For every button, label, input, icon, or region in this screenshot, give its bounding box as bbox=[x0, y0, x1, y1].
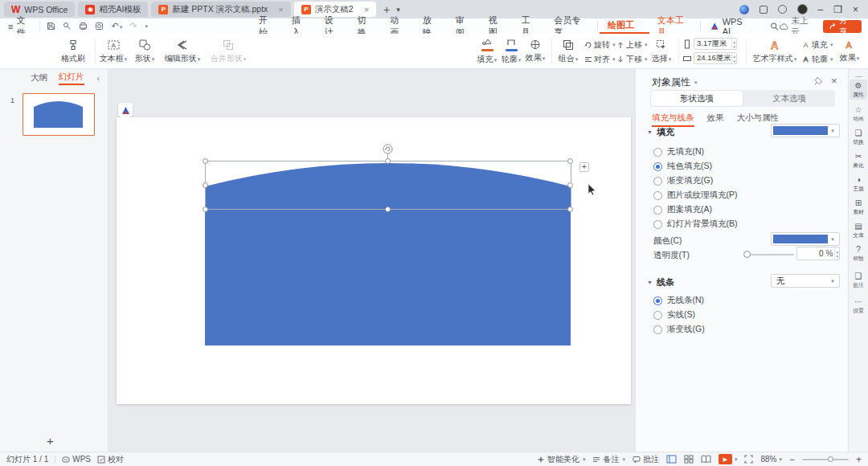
rail-properties[interactable]: ⚙ 属性 bbox=[850, 80, 867, 100]
transparency-stepper[interactable]: ▴▾ bbox=[834, 247, 839, 260]
undo-icon[interactable]: ↶▾ bbox=[111, 21, 122, 31]
play-options-caret-icon[interactable]: ▾ bbox=[735, 456, 738, 463]
menu-wps-ai[interactable]: WPS AI bbox=[702, 17, 759, 36]
shape-effects-button[interactable]: 效果▾ bbox=[524, 34, 547, 69]
fill-option-no-fill[interactable]: 无填充(N) bbox=[653, 146, 704, 157]
tab-list-caret-icon[interactable]: ▾ bbox=[394, 6, 403, 14]
effects-subtab[interactable]: 效果 bbox=[707, 112, 724, 127]
fill-section-header[interactable]: ▼ 填充 bbox=[647, 126, 674, 138]
zoom-out-button[interactable]: − bbox=[789, 454, 795, 465]
slider-knob[interactable] bbox=[743, 251, 751, 258]
fill-option-picture-texture[interactable]: 图片或纹理填充(P) bbox=[653, 190, 738, 201]
line-option-gradient[interactable]: 渐变线(G) bbox=[653, 324, 705, 335]
fill-line-subtab[interactable]: 填充与线条 bbox=[652, 112, 694, 127]
globe-icon[interactable] bbox=[778, 5, 787, 14]
collapse-panel-icon[interactable]: ‹ bbox=[97, 73, 108, 83]
resize-handle-bottom-center[interactable] bbox=[385, 206, 391, 212]
menu-drawing-tools[interactable]: 绘图工具 bbox=[600, 18, 649, 34]
tab-docer-templates[interactable]: ◉ 稻壳AI模板 bbox=[78, 2, 148, 17]
user-avatar[interactable] bbox=[797, 4, 808, 14]
transparency-slider[interactable] bbox=[744, 254, 794, 255]
fullscreen-icon[interactable] bbox=[744, 455, 753, 464]
transparency-input[interactable]: 0 % ▴▾ bbox=[796, 247, 840, 260]
rail-animation[interactable]: ☆ 动画 bbox=[850, 105, 867, 122]
wps-assistant-button[interactable]: WPS bbox=[62, 455, 91, 464]
close-tab-icon[interactable]: × bbox=[278, 5, 283, 14]
quick-add-button[interactable]: + bbox=[579, 162, 589, 172]
slide-canvas[interactable]: + bbox=[108, 69, 635, 452]
resize-handle-bottom-left[interactable] bbox=[203, 206, 208, 212]
wordart-styles-button[interactable]: A 艺术字样式▾ bbox=[749, 34, 800, 69]
textbox-button[interactable]: A 文本框▾ bbox=[97, 34, 129, 69]
shapes-button[interactable]: 形状▾ bbox=[130, 34, 159, 69]
print-icon[interactable] bbox=[79, 22, 88, 31]
notes-button[interactable]: 备注▾ bbox=[592, 454, 625, 465]
restore-button[interactable]: ❐ bbox=[833, 4, 842, 15]
wps-ai-floating-button[interactable] bbox=[118, 103, 133, 117]
line-style-dropdown[interactable]: 无 ▾ bbox=[771, 274, 840, 288]
pin-icon[interactable] bbox=[814, 76, 823, 85]
save-icon[interactable] bbox=[47, 22, 55, 31]
select-button[interactable]: 选择▾ bbox=[648, 34, 675, 69]
color-dropdown[interactable]: ▾ bbox=[771, 232, 840, 246]
fill-option-slide-background[interactable]: 幻灯片背景填充(B) bbox=[653, 219, 738, 230]
resize-handle-top-center[interactable] bbox=[385, 158, 391, 164]
fill-option-pattern[interactable]: 图案填充(A) bbox=[653, 204, 712, 215]
rail-assets[interactable]: ⊞ 素材 bbox=[850, 198, 867, 215]
close-window-button[interactable]: × bbox=[853, 4, 858, 15]
slide-thumbnail[interactable] bbox=[23, 93, 95, 136]
zoom-in-button[interactable]: + bbox=[856, 454, 862, 465]
text-outline-button[interactable]: A 轮廓▾ bbox=[802, 53, 833, 65]
slides-tab[interactable]: 幻灯片 bbox=[59, 72, 84, 85]
slide-page[interactable]: + bbox=[117, 117, 631, 404]
zoom-level-button[interactable]: 88% ▾ bbox=[760, 455, 782, 464]
fill-option-solid[interactable]: 纯色填充(S) bbox=[653, 161, 712, 172]
resize-handle-top-left[interactable] bbox=[203, 158, 208, 164]
export-icon[interactable] bbox=[63, 22, 72, 31]
rotate-button[interactable]: 旋转▾ bbox=[584, 39, 616, 51]
play-slideshow-button[interactable]: ▶ ▾ bbox=[719, 454, 738, 464]
group-button[interactable]: 组合▾ bbox=[555, 34, 582, 69]
rail-settings[interactable]: ⋯ 设置 bbox=[850, 297, 867, 314]
normal-view-icon[interactable] bbox=[666, 455, 677, 464]
qat-more-icon[interactable]: ▾ bbox=[145, 23, 148, 30]
fill-color-dropdown[interactable]: ▾ bbox=[771, 124, 840, 137]
add-slide-button[interactable]: + bbox=[47, 434, 54, 448]
shape-height-input[interactable]: 3.17厘米 ▴▾ bbox=[694, 38, 737, 50]
rectangle-shape[interactable] bbox=[205, 209, 571, 345]
outline-tab[interactable]: 大纲 bbox=[31, 72, 47, 84]
line-section-header[interactable]: ▼ 线条 bbox=[647, 276, 674, 288]
rail-theme[interactable]: ◑ 主题 bbox=[850, 175, 867, 192]
minimize-button[interactable]: – bbox=[818, 4, 824, 15]
resize-handle-middle-left[interactable] bbox=[203, 182, 208, 188]
height-stepper[interactable]: ▴▾ bbox=[731, 39, 736, 49]
send-backward-button[interactable]: 下移▾ bbox=[616, 53, 648, 65]
shape-outline-button[interactable]: 轮廓▾ bbox=[500, 34, 522, 69]
text-fill-button[interactable]: A 填充▾ bbox=[802, 39, 833, 51]
comment-button[interactable]: 批注 bbox=[633, 454, 659, 465]
text-options-tab[interactable]: 文本选项 bbox=[743, 90, 835, 107]
rail-help[interactable]: ? 帮助 bbox=[850, 245, 867, 262]
smart-beautify-button[interactable]: 智能美化▾ bbox=[537, 454, 586, 465]
width-stepper[interactable]: ▴▾ bbox=[731, 53, 736, 63]
format-painter-button[interactable]: 格式刷 bbox=[53, 34, 93, 69]
rail-library[interactable]: ▤ 文库 bbox=[850, 222, 867, 239]
bring-forward-button[interactable]: 上移▾ bbox=[616, 39, 648, 51]
share-button[interactable]: 分享 bbox=[823, 20, 862, 33]
rotate-handle[interactable] bbox=[383, 144, 393, 154]
reading-view-icon[interactable] bbox=[701, 455, 711, 464]
edit-shape-button[interactable]: 编辑形状▾ bbox=[161, 34, 204, 69]
print-preview-icon[interactable] bbox=[95, 22, 104, 31]
rail-transition[interactable]: ❏ 切换 bbox=[850, 129, 867, 145]
close-tab-icon[interactable]: × bbox=[364, 5, 369, 14]
shape-width-input[interactable]: 24.16厘米 ▴▾ bbox=[694, 52, 737, 64]
slide-sorter-icon[interactable] bbox=[684, 455, 694, 464]
assistant-icon[interactable] bbox=[739, 5, 749, 14]
resize-handle-middle-right[interactable] bbox=[567, 182, 573, 188]
align-button[interactable]: 对齐▾ bbox=[584, 53, 616, 65]
close-panel-icon[interactable]: × bbox=[831, 75, 837, 87]
rail-comments[interactable]: ❑ 批注 bbox=[850, 272, 867, 288]
curved-top-shape-selected[interactable] bbox=[205, 161, 571, 209]
resize-handle-top-right[interactable] bbox=[567, 158, 573, 164]
search-icon[interactable] bbox=[770, 22, 779, 31]
